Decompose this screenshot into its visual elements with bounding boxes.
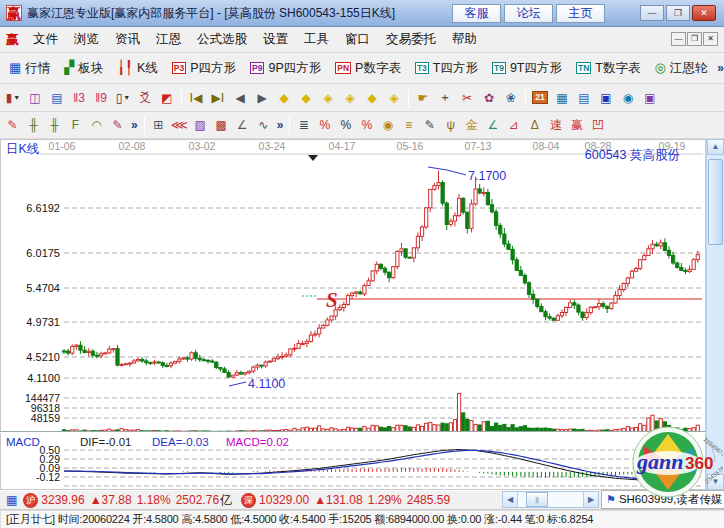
- nav-memo-note[interactable]: ▤: [46, 88, 68, 108]
- quick-button-0[interactable]: 客服: [452, 4, 501, 23]
- nav-gann-diamond-right[interactable]: ◆: [295, 88, 317, 108]
- nav-first-page[interactable]: Ⅰ◀: [185, 88, 207, 108]
- draw-gold-levels[interactable]: ≡: [398, 116, 419, 135]
- tb1-quotes[interactable]: ▦行情: [2, 57, 57, 80]
- ticker-box[interactable]: ⚑ SH603999,读者传媒: [601, 490, 724, 509]
- menu-item-4[interactable]: 公式选股: [189, 28, 255, 51]
- draw-gann-grid-b[interactable]: ╫: [44, 116, 65, 135]
- nav-candle-style[interactable]: ▮▼: [2, 88, 24, 108]
- menu-item-6[interactable]: 工具: [296, 28, 337, 51]
- draw-angle-lines[interactable]: ∠: [232, 116, 253, 135]
- quote-grid-icon[interactable]: ▦: [6, 493, 17, 507]
- nav-calendar[interactable]: 21: [529, 88, 551, 108]
- draw-split-lines[interactable]: ψ: [440, 116, 461, 135]
- draw-golden-section[interactable]: 金: [461, 116, 482, 135]
- scroll-left-arrow[interactable]: ◀: [503, 492, 518, 507]
- nav-save[interactable]: ▣: [595, 88, 617, 108]
- tb1-t-number-table[interactable]: TNT数字表: [569, 57, 647, 80]
- draw-gann-grid-a[interactable]: ╫: [23, 116, 44, 135]
- nav-gann-diamond-wide[interactable]: ◈: [339, 88, 361, 108]
- nav-gann-diamond-left[interactable]: ◆: [273, 88, 295, 108]
- draw-price-bars[interactable]: ≣: [293, 116, 314, 135]
- menu-item-1[interactable]: 浏览: [66, 28, 107, 51]
- draw-speed-resistance[interactable]: 速: [545, 116, 566, 135]
- hscroll-thumb[interactable]: ⦀: [526, 492, 548, 507]
- quick-button-2[interactable]: 主页: [556, 4, 605, 23]
- menu-item-8[interactable]: 交易委托: [378, 28, 444, 51]
- draw-yingjia-tool[interactable]: 赢: [566, 116, 587, 135]
- draw-measure-angle[interactable]: Δ: [524, 116, 545, 135]
- mdi-minimize-button[interactable]: —: [671, 32, 686, 46]
- nav-next-bar[interactable]: ▶: [251, 88, 273, 108]
- scroll-down-arrow[interactable]: ▼: [707, 474, 724, 490]
- nav-color-chart[interactable]: ◩: [156, 88, 178, 108]
- draw-gann-grid-arc[interactable]: ◠: [86, 116, 107, 135]
- menu-item-2[interactable]: 资讯: [107, 28, 148, 51]
- nav-archive[interactable]: ▣: [639, 88, 661, 108]
- tb1-p-square[interactable]: P3P四方形: [165, 57, 243, 80]
- draw-brush-grid[interactable]: ✎: [107, 116, 128, 135]
- mdi-restore-button[interactable]: ❐: [687, 32, 702, 46]
- nav-candle-type[interactable]: ▯▼: [112, 88, 134, 108]
- tb1-t-square[interactable]: T3T四方形: [408, 57, 485, 80]
- nav-pattern-tool[interactable]: ✿: [478, 88, 500, 108]
- draw-gann-box[interactable]: ⊞: [148, 116, 169, 135]
- draw-overflow-icon[interactable]: »: [128, 118, 141, 132]
- nav-gann-diamond-all[interactable]: ◈: [383, 88, 405, 108]
- mdi-close-button[interactable]: ✕: [703, 32, 718, 46]
- draw-gann-grid-f[interactable]: F: [65, 116, 86, 135]
- draw-fib-percent[interactable]: %: [314, 116, 335, 135]
- tb1-9t-square[interactable]: T99T四方形: [485, 57, 569, 80]
- nav-scissors[interactable]: ✂: [456, 88, 478, 108]
- menu-item-7[interactable]: 窗口: [337, 28, 378, 51]
- nav-pattern-search[interactable]: 爻: [134, 88, 156, 108]
- nav-gann-diamond-lr[interactable]: ◈: [317, 88, 339, 108]
- vertical-scrollbar[interactable]: ▲ ▼: [706, 139, 724, 490]
- horizontal-scrollbar[interactable]: ◀ ⦀ ▶: [502, 491, 599, 508]
- nav-mini-chart-3[interactable]: ‖3: [68, 88, 90, 108]
- draw-gold-circle[interactable]: ◉: [377, 116, 398, 135]
- draw-arc-tool[interactable]: 凹: [587, 116, 608, 135]
- minimize-button[interactable]: —: [640, 5, 664, 21]
- scroll-right-arrow[interactable]: ▶: [583, 492, 598, 507]
- shanghai-index-icon[interactable]: 沪: [23, 493, 38, 508]
- nav-save-web[interactable]: ◉: [617, 88, 639, 108]
- draw-speed-fan[interactable]: ⋘: [169, 116, 190, 135]
- draw-angle-f[interactable]: ⊿: [503, 116, 524, 135]
- draw-brush[interactable]: ✎: [2, 116, 23, 135]
- nav-ornament-tool[interactable]: ❀: [500, 88, 522, 108]
- draw-percent[interactable]: %: [335, 116, 356, 135]
- menu-item-9[interactable]: 帮助: [444, 28, 485, 51]
- restore-button[interactable]: ❐: [666, 5, 690, 21]
- tb1-kline[interactable]: ╽╿K线: [110, 57, 165, 80]
- tb1-gann-wheel[interactable]: ◎江恩轮: [647, 57, 714, 80]
- shenzhen-index-icon[interactable]: 深: [241, 493, 256, 508]
- menu-item-3[interactable]: 江恩: [148, 28, 189, 51]
- nav-calculator[interactable]: ▦: [551, 88, 573, 108]
- nav-mini-chart-9[interactable]: ‖9: [90, 88, 112, 108]
- toolbar-overflow-icon[interactable]: »: [714, 61, 724, 75]
- scroll-up-arrow[interactable]: ▲: [707, 139, 724, 155]
- menu-item-0[interactable]: 文件: [25, 28, 66, 51]
- tb1-9p-square[interactable]: P99P四方形: [243, 57, 328, 80]
- tb1-sectors[interactable]: ▞板块: [57, 57, 110, 80]
- draw-zigzag[interactable]: ∿: [253, 116, 274, 135]
- nav-prev-bar[interactable]: ◀: [229, 88, 251, 108]
- draw-shaded-box[interactable]: ▨: [190, 116, 211, 135]
- tb1-p-number-table[interactable]: PNP数字表: [328, 57, 408, 80]
- draw-note-bars[interactable]: ✎: [419, 116, 440, 135]
- scroll-thumb[interactable]: [708, 159, 723, 245]
- draw-percent-levels[interactable]: %: [356, 116, 377, 135]
- nav-crosshair[interactable]: ＋: [434, 88, 456, 108]
- nav-last-page[interactable]: ▶Ⅰ: [207, 88, 229, 108]
- draw-overflow-icon[interactable]: »: [274, 118, 287, 132]
- nav-gann-diamond-ud[interactable]: ◆: [361, 88, 383, 108]
- draw-angle-j[interactable]: ∠: [482, 116, 503, 135]
- menu-item-5[interactable]: 设置: [255, 28, 296, 51]
- quick-button-1[interactable]: 论坛: [504, 4, 553, 23]
- draw-net-box[interactable]: ▩: [211, 116, 232, 135]
- nav-drag-hand[interactable]: ☛: [412, 88, 434, 108]
- nav-report-book[interactable]: ▤: [573, 88, 595, 108]
- close-button[interactable]: ✕: [692, 5, 716, 21]
- nav-pattern-window[interactable]: ◫: [24, 88, 46, 108]
